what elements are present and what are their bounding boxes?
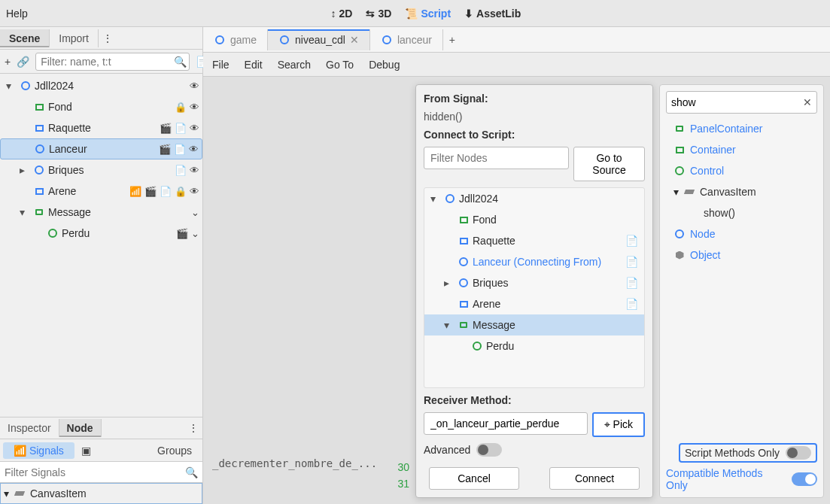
chev-icon[interactable]: ⌄: [191, 228, 199, 239]
dialog-node-briques[interactable]: ▸Briques📄: [424, 272, 644, 293]
clear-search-icon[interactable]: ✕: [803, 96, 812, 108]
chevron-icon[interactable]: ▾: [6, 80, 17, 92]
method-container[interactable]: Container: [666, 139, 817, 160]
link-icon[interactable]: 🔗: [17, 53, 29, 71]
eye-icon[interactable]: 👁: [190, 186, 199, 197]
eye-icon[interactable]: 👁: [190, 123, 199, 134]
menu-file[interactable]: File: [212, 59, 230, 71]
script-icon[interactable]: 📄: [175, 165, 187, 176]
view-3d-button[interactable]: ⇆3D: [366, 8, 391, 20]
method-object[interactable]: Object: [666, 244, 817, 266]
inspector-tab[interactable]: Inspector: [0, 419, 59, 437]
dialog-node-message[interactable]: ▾Message: [424, 314, 644, 335]
chevron-icon[interactable]: ▸: [20, 164, 30, 176]
eye-icon[interactable]: 👁: [190, 80, 199, 92]
view-script-button[interactable]: 📜Script: [405, 8, 451, 20]
scene-node-perdu[interactable]: Perdu🎬⌄: [0, 223, 202, 244]
method-list[interactable]: PanelContainerContainerControl▾CanvasIte…: [666, 118, 817, 439]
clapper-icon[interactable]: 🎬: [176, 228, 188, 239]
scene-node-lanceur[interactable]: Lanceur🎬📄👁: [0, 138, 202, 159]
filter-nodes-input[interactable]: [424, 147, 569, 169]
dialog-node-raquette[interactable]: Raquette📄: [424, 230, 644, 251]
lock-icon[interactable]: 🔒: [175, 186, 187, 197]
add-tab-icon[interactable]: +: [443, 31, 461, 49]
script-icon: 📄: [625, 235, 638, 247]
compatible-methods-only-toggle[interactable]: [792, 472, 817, 486]
scene-node-arene[interactable]: Arene📶🎬📄🔒👁: [0, 181, 202, 202]
signal-group-row: 📶 Signals ▣ Groups: [0, 439, 202, 462]
scene-filter-input[interactable]: [35, 53, 190, 71]
cancel-button[interactable]: Cancel: [429, 467, 519, 490]
menu-search[interactable]: Search: [278, 59, 311, 71]
dialog-node-perdu[interactable]: Perdu: [424, 335, 644, 357]
dialog-node-arene[interactable]: Arene📄: [424, 293, 644, 314]
eye-icon[interactable]: 👁: [190, 102, 199, 113]
menu-goto[interactable]: Go To: [326, 59, 354, 71]
scene-node-raquette[interactable]: Raquette🎬📄👁: [0, 117, 202, 138]
dialog-node-jdll2024[interactable]: ▾Jdll2024: [424, 188, 644, 209]
tab-lanceur[interactable]: lanceur: [370, 29, 443, 50]
import-tab[interactable]: Import: [50, 29, 99, 47]
signal-canvasitem-row[interactable]: ▾ CanvasItem: [0, 483, 202, 504]
chevron-icon[interactable]: ▾: [444, 319, 455, 331]
node-label: Lanceur (Connecting From): [473, 256, 622, 268]
method-show[interactable]: show(): [666, 202, 817, 223]
node-tree[interactable]: ▾Jdll2024FondRaquette📄Lanceur (Connectin…: [424, 187, 645, 388]
chevron-icon[interactable]: ▸: [444, 277, 455, 289]
script-methods-only-toggle[interactable]: [786, 446, 811, 460]
go-to-source-button[interactable]: Go to Source: [573, 147, 645, 181]
method-search-input[interactable]: [671, 96, 803, 108]
node-label: Jdll2024: [459, 193, 638, 205]
script-icon[interactable]: 📄: [160, 186, 172, 197]
scene-tab[interactable]: Scene: [0, 29, 50, 47]
node-label: Message: [48, 206, 188, 218]
advanced-toggle[interactable]: [476, 443, 502, 457]
add-node-icon[interactable]: +: [5, 53, 11, 71]
rss-icon[interactable]: 📶: [129, 186, 141, 197]
clapper-icon[interactable]: 🎬: [144, 186, 157, 197]
chev-icon[interactable]: ⌄: [191, 207, 199, 218]
eye-icon[interactable]: 👁: [189, 144, 199, 155]
signals-tab[interactable]: 📶 Signals: [3, 442, 74, 459]
dialog-node-fond[interactable]: Fond: [424, 209, 644, 230]
script-icon: 📄: [625, 277, 638, 289]
arrows-icon: ⇆: [366, 8, 375, 20]
close-icon[interactable]: ✕: [350, 34, 359, 46]
groups-tab[interactable]: Groups: [150, 445, 199, 457]
method-canvasitem[interactable]: ▾CanvasItem: [666, 181, 817, 202]
assetlib-button[interactable]: ⬇AssetLib: [464, 8, 521, 20]
connect-button[interactable]: Connect: [549, 467, 640, 490]
method-control[interactable]: Control: [666, 160, 817, 181]
script-icon[interactable]: 📄: [174, 144, 186, 155]
method-node[interactable]: Node: [666, 223, 817, 244]
eye-icon[interactable]: 👁: [190, 165, 199, 176]
scene-tree[interactable]: ▾Jdll2024👁Fond🔒👁Raquette🎬📄👁Lanceur🎬📄👁▸Br…: [0, 74, 202, 417]
method-panelcontainer[interactable]: PanelContainer: [666, 118, 817, 139]
tab-game[interactable]: game: [203, 29, 268, 50]
signals-menu-icon[interactable]: ▣: [78, 442, 96, 460]
clapper-icon[interactable]: 🎬: [159, 144, 171, 155]
receiver-method-input[interactable]: [424, 412, 588, 435]
scene-node-briques[interactable]: ▸Briques📄👁: [0, 159, 202, 181]
scene-node-message[interactable]: ▾Message⌄: [0, 202, 202, 223]
tab-niveau-cdl[interactable]: niveau_cdl✕: [268, 29, 370, 50]
help-menu[interactable]: Help: [6, 8, 28, 20]
dialog-node-lanceur[interactable]: Lanceur (Connecting From)📄: [424, 251, 644, 272]
filter-signals-input[interactable]: [0, 466, 202, 478]
scene-node-jdll2024[interactable]: ▾Jdll2024👁: [0, 75, 202, 96]
chevron-down-icon[interactable]: ▾: [673, 186, 679, 198]
script-icon[interactable]: 📄: [175, 123, 187, 134]
rect-icon: [458, 298, 470, 310]
menu-edit[interactable]: Edit: [245, 59, 263, 71]
chevron-icon[interactable]: ▾: [20, 206, 30, 218]
tab-menu-icon[interactable]: ⋮: [99, 29, 117, 47]
node-tab[interactable]: Node: [59, 419, 102, 437]
lock-icon[interactable]: 🔒: [175, 102, 187, 113]
clapper-icon[interactable]: 🎬: [160, 123, 172, 134]
inspector-menu-icon[interactable]: ⋮: [184, 419, 202, 437]
pick-button[interactable]: ⌖ Pick: [592, 412, 645, 437]
view-2d-button[interactable]: ↕2D: [331, 8, 353, 20]
chevron-icon[interactable]: ▾: [430, 193, 441, 205]
menu-debug[interactable]: Debug: [369, 59, 400, 71]
scene-node-fond[interactable]: Fond🔒👁: [0, 96, 202, 117]
